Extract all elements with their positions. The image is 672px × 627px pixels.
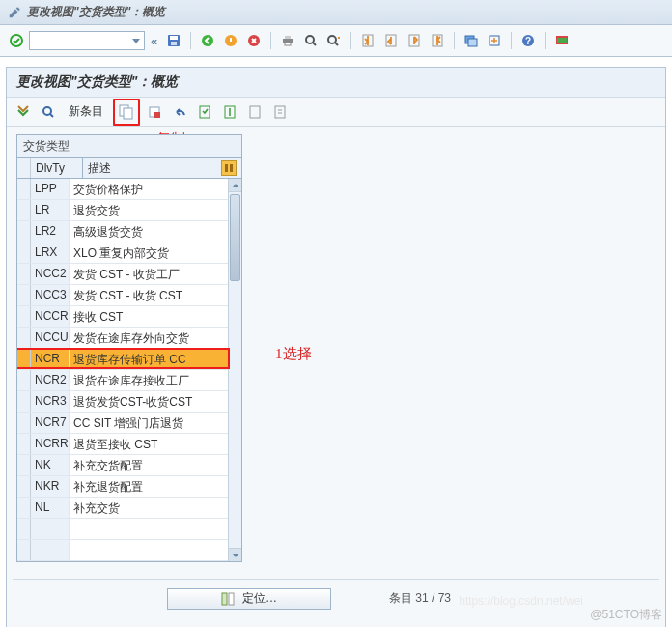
- cell-desc[interactable]: 发货 CST - 收货工厂: [70, 264, 241, 284]
- table-row[interactable]: [17, 519, 241, 540]
- detail-icon[interactable]: [38, 101, 59, 123]
- expand-all-icon[interactable]: [13, 101, 34, 123]
- table-row[interactable]: NKR补充退货配置: [17, 476, 241, 498]
- help-icon[interactable]: ?: [518, 30, 539, 51]
- cell-code[interactable]: [31, 540, 70, 560]
- row-selector[interactable]: [17, 242, 31, 263]
- vertical-scrollbar[interactable]: [228, 179, 241, 561]
- cell-desc[interactable]: 补充交货配置: [70, 455, 241, 475]
- cell-code[interactable]: NKR: [31, 476, 70, 497]
- column-header-desc[interactable]: 描述: [83, 158, 241, 178]
- table-row[interactable]: NCR7CC SIT 增强门店退货: [17, 413, 241, 434]
- table-row[interactable]: NCRR退货至接收 CST: [17, 434, 241, 455]
- row-selector-header[interactable]: [17, 158, 31, 178]
- cell-desc[interactable]: 退货在途库存接收工厂: [70, 370, 241, 390]
- row-selector[interactable]: [17, 349, 31, 369]
- first-page-icon[interactable]: [357, 30, 378, 51]
- find-next-icon[interactable]: [323, 30, 345, 51]
- save-icon[interactable]: [163, 30, 184, 51]
- scroll-thumb[interactable]: [230, 194, 240, 281]
- back-icon[interactable]: [197, 30, 218, 51]
- row-selector[interactable]: [17, 264, 31, 284]
- delete-icon[interactable]: [144, 101, 165, 123]
- cell-code[interactable]: NL: [31, 498, 70, 518]
- cell-desc[interactable]: 退货至接收 CST: [70, 434, 241, 454]
- cell-desc[interactable]: 退货库存传输订单 CC: [70, 349, 241, 369]
- row-selector[interactable]: [17, 498, 31, 518]
- row-selector[interactable]: [17, 306, 31, 327]
- new-entries-button[interactable]: 新条目: [63, 101, 109, 122]
- find-icon[interactable]: [300, 30, 322, 51]
- copy-as-icon[interactable]: [116, 101, 137, 123]
- cell-desc[interactable]: 高级退货交货: [70, 221, 241, 242]
- cell-code[interactable]: NCC2: [31, 264, 70, 284]
- cell-code[interactable]: [31, 519, 70, 539]
- table-settings-icon[interactable]: [221, 160, 237, 176]
- row-selector[interactable]: [17, 285, 31, 305]
- exit-icon[interactable]: [220, 30, 241, 51]
- table-row[interactable]: NCR3退货发货CST-收货CST: [17, 391, 241, 413]
- cell-desc[interactable]: [70, 540, 241, 560]
- cell-code[interactable]: NCRR: [31, 434, 70, 454]
- select-all-icon[interactable]: [194, 101, 215, 123]
- table-row[interactable]: LRXXLO 重复内部交货: [17, 242, 241, 264]
- print-std-icon[interactable]: [269, 101, 291, 123]
- cell-code[interactable]: NCC3: [31, 285, 70, 305]
- last-page-icon[interactable]: [427, 30, 448, 51]
- cell-code[interactable]: NCR3: [31, 391, 70, 412]
- cell-desc[interactable]: 发货在途库存外向交货: [70, 328, 241, 348]
- row-selector[interactable]: [17, 540, 31, 560]
- cell-code[interactable]: LPP: [31, 179, 70, 199]
- table-row[interactable]: NCR退货库存传输订单 CC: [17, 349, 241, 370]
- row-selector[interactable]: [17, 391, 31, 412]
- table-row[interactable]: LR2高级退货交货: [17, 221, 241, 242]
- cancel-icon[interactable]: [243, 30, 265, 51]
- scroll-down-icon[interactable]: [229, 548, 241, 561]
- cell-code[interactable]: LR2: [31, 221, 70, 242]
- cell-code[interactable]: NCR: [31, 349, 70, 369]
- customize-layout-icon[interactable]: [551, 30, 573, 51]
- cell-desc[interactable]: 补充交货: [70, 498, 241, 518]
- scroll-up-icon[interactable]: [229, 179, 241, 192]
- row-selector[interactable]: [17, 179, 31, 199]
- table-row[interactable]: NCC2发货 CST - 收货工厂: [17, 264, 241, 285]
- collapse-toolbar-icon[interactable]: «: [147, 34, 161, 48]
- cell-desc[interactable]: 发货 CST - 收货 CST: [70, 285, 241, 305]
- row-selector[interactable]: [17, 476, 31, 497]
- command-input[interactable]: [29, 31, 145, 50]
- cell-code[interactable]: LR: [31, 200, 70, 220]
- position-button[interactable]: 定位…: [167, 588, 331, 610]
- cell-code[interactable]: NCCR: [31, 306, 70, 327]
- deselect-all-icon[interactable]: [244, 101, 266, 123]
- row-selector[interactable]: [17, 455, 31, 475]
- row-selector[interactable]: [17, 519, 31, 539]
- cell-desc[interactable]: CC SIT 增强门店退货: [70, 413, 241, 433]
- cell-desc[interactable]: 退货交货: [70, 200, 241, 220]
- print-icon[interactable]: [277, 30, 298, 51]
- select-block-icon[interactable]: [219, 101, 240, 123]
- cell-desc[interactable]: 交货价格保护: [70, 179, 241, 199]
- table-row[interactable]: LPP交货价格保护: [17, 179, 241, 200]
- table-row[interactable]: NCCU发货在途库存外向交货: [17, 328, 241, 349]
- prev-page-icon[interactable]: [380, 30, 402, 51]
- row-selector[interactable]: [17, 221, 31, 242]
- table-row[interactable]: NCR2退货在途库存接收工厂: [17, 370, 241, 391]
- undo-icon[interactable]: [169, 101, 190, 123]
- cell-desc[interactable]: 接收 CST: [70, 306, 241, 327]
- row-selector[interactable]: [17, 200, 31, 220]
- cell-code[interactable]: NCCU: [31, 328, 70, 348]
- cell-desc[interactable]: [70, 519, 241, 539]
- cell-code[interactable]: LRX: [31, 242, 70, 263]
- row-selector[interactable]: [17, 328, 31, 348]
- enter-icon[interactable]: [6, 30, 27, 51]
- cell-code[interactable]: NK: [31, 455, 70, 475]
- table-row[interactable]: [17, 540, 241, 561]
- next-page-icon[interactable]: [404, 30, 425, 51]
- table-row[interactable]: NK补充交货配置: [17, 455, 241, 476]
- row-selector[interactable]: [17, 370, 31, 390]
- cell-desc[interactable]: 补充退货配置: [70, 476, 241, 497]
- cell-code[interactable]: NCR2: [31, 370, 70, 390]
- new-session-icon[interactable]: [461, 30, 482, 51]
- cell-desc[interactable]: 退货发货CST-收货CST: [70, 391, 241, 412]
- column-header-code[interactable]: DlvTy: [31, 158, 83, 178]
